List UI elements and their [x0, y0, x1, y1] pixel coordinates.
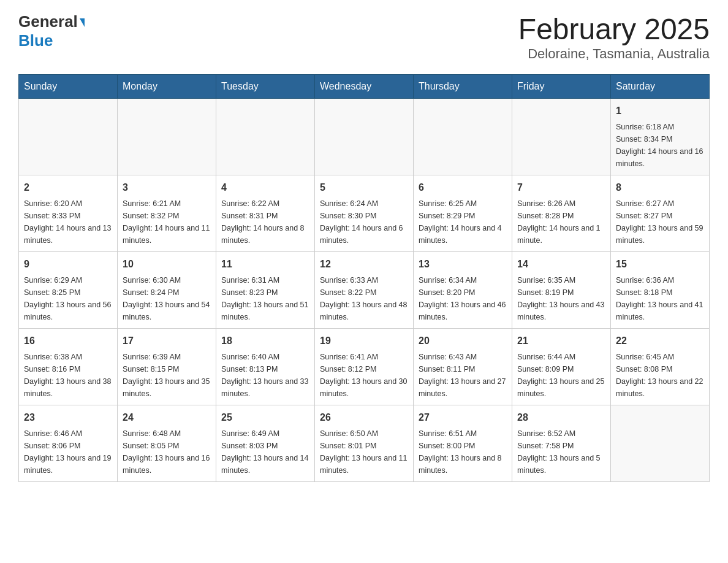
day-info: Sunrise: 6:35 AMSunset: 8:19 PMDaylight:…: [517, 274, 605, 323]
day-info: Sunrise: 6:22 AMSunset: 8:31 PMDaylight:…: [221, 197, 309, 247]
day-info: Sunrise: 6:48 AMSunset: 8:05 PMDaylight:…: [123, 427, 211, 477]
calendar-day: 4Sunrise: 6:22 AMSunset: 8:31 PMDaylight…: [216, 175, 315, 252]
day-number: 4: [221, 180, 309, 195]
calendar-day: 2Sunrise: 6:20 AMSunset: 8:33 PMDaylight…: [19, 175, 118, 252]
day-number: 28: [517, 410, 605, 425]
day-number: 16: [24, 334, 112, 348]
day-info: Sunrise: 6:40 AMSunset: 8:13 PMDaylight:…: [221, 351, 309, 400]
calendar-day: 23Sunrise: 6:46 AMSunset: 8:06 PMDayligh…: [19, 405, 118, 482]
day-number: 3: [123, 180, 211, 195]
calendar-title: February 2025: [518, 12, 710, 46]
day-info: Sunrise: 6:41 AMSunset: 8:12 PMDaylight:…: [320, 351, 408, 400]
logo-blue-text: Blue: [18, 31, 53, 50]
day-header-friday: Friday: [512, 75, 611, 99]
calendar-day: 6Sunrise: 6:25 AMSunset: 8:29 PMDaylight…: [414, 175, 512, 252]
day-number: 5: [320, 180, 408, 195]
logo-general-line: General: [18, 12, 85, 31]
day-info: Sunrise: 6:49 AMSunset: 8:03 PMDaylight:…: [221, 427, 309, 477]
calendar-day: 21Sunrise: 6:44 AMSunset: 8:09 PMDayligh…: [512, 329, 611, 405]
calendar-week-1: 1Sunrise: 6:18 AMSunset: 8:34 PMDaylight…: [19, 99, 710, 175]
calendar-body: 1Sunrise: 6:18 AMSunset: 8:34 PMDaylight…: [19, 99, 710, 482]
calendar-day: 18Sunrise: 6:40 AMSunset: 8:13 PMDayligh…: [216, 329, 315, 405]
calendar-day: [611, 405, 710, 482]
day-header-monday: Monday: [118, 75, 216, 99]
day-info: Sunrise: 6:24 AMSunset: 8:30 PMDaylight:…: [320, 197, 408, 247]
calendar-day: 7Sunrise: 6:26 AMSunset: 8:28 PMDaylight…: [512, 175, 611, 252]
day-number: 19: [320, 334, 408, 348]
calendar-day: 9Sunrise: 6:29 AMSunset: 8:25 PMDaylight…: [19, 252, 118, 329]
day-info: Sunrise: 6:25 AMSunset: 8:29 PMDaylight:…: [419, 197, 507, 247]
logo-general-text: General: [18, 12, 78, 31]
day-number: 10: [123, 257, 211, 272]
calendar-header: SundayMondayTuesdayWednesdayThursdayFrid…: [19, 75, 710, 99]
calendar-day: 8Sunrise: 6:27 AMSunset: 8:27 PMDaylight…: [611, 175, 710, 252]
day-info: Sunrise: 6:18 AMSunset: 8:34 PMDaylight:…: [616, 121, 704, 170]
calendar-day: 27Sunrise: 6:51 AMSunset: 8:00 PMDayligh…: [414, 405, 512, 482]
day-number: 6: [419, 180, 507, 195]
calendar-day: 10Sunrise: 6:30 AMSunset: 8:24 PMDayligh…: [118, 252, 216, 329]
calendar-day: 1Sunrise: 6:18 AMSunset: 8:34 PMDaylight…: [611, 99, 710, 175]
day-number: 8: [616, 180, 704, 195]
calendar-day: 3Sunrise: 6:21 AMSunset: 8:32 PMDaylight…: [118, 175, 216, 252]
calendar-day: 28Sunrise: 6:52 AMSunset: 7:58 PMDayligh…: [512, 405, 611, 482]
day-info: Sunrise: 6:38 AMSunset: 8:16 PMDaylight:…: [24, 351, 112, 400]
day-info: Sunrise: 6:39 AMSunset: 8:15 PMDaylight:…: [123, 351, 211, 400]
day-number: 23: [24, 410, 112, 425]
day-number: 13: [419, 257, 507, 272]
day-number: 22: [616, 334, 704, 348]
day-number: 12: [320, 257, 408, 272]
calendar-day: 24Sunrise: 6:48 AMSunset: 8:05 PMDayligh…: [118, 405, 216, 482]
day-header-tuesday: Tuesday: [216, 75, 315, 99]
calendar-day: 25Sunrise: 6:49 AMSunset: 8:03 PMDayligh…: [216, 405, 315, 482]
calendar-header-row: SundayMondayTuesdayWednesdayThursdayFrid…: [19, 75, 710, 99]
calendar-day: [315, 99, 414, 175]
day-number: 2: [24, 180, 112, 195]
day-number: 26: [320, 410, 408, 425]
day-number: 1: [616, 104, 704, 118]
calendar-day: 16Sunrise: 6:38 AMSunset: 8:16 PMDayligh…: [19, 329, 118, 405]
day-info: Sunrise: 6:36 AMSunset: 8:18 PMDaylight:…: [616, 274, 704, 323]
day-info: Sunrise: 6:20 AMSunset: 8:33 PMDaylight:…: [24, 197, 112, 247]
day-number: 20: [419, 334, 507, 348]
logo: General Blue: [18, 12, 85, 50]
calendar-week-5: 23Sunrise: 6:46 AMSunset: 8:06 PMDayligh…: [19, 405, 710, 482]
calendar-week-3: 9Sunrise: 6:29 AMSunset: 8:25 PMDaylight…: [19, 252, 710, 329]
day-info: Sunrise: 6:51 AMSunset: 8:00 PMDaylight:…: [419, 427, 507, 477]
day-number: 14: [517, 257, 605, 272]
day-header-sunday: Sunday: [19, 75, 118, 99]
calendar-day: 5Sunrise: 6:24 AMSunset: 8:30 PMDaylight…: [315, 175, 414, 252]
day-info: Sunrise: 6:43 AMSunset: 8:11 PMDaylight:…: [419, 351, 507, 400]
calendar-day: 20Sunrise: 6:43 AMSunset: 8:11 PMDayligh…: [414, 329, 512, 405]
calendar-day: 12Sunrise: 6:33 AMSunset: 8:22 PMDayligh…: [315, 252, 414, 329]
day-info: Sunrise: 6:21 AMSunset: 8:32 PMDaylight:…: [123, 197, 211, 247]
day-header-thursday: Thursday: [414, 75, 512, 99]
calendar-day: 13Sunrise: 6:34 AMSunset: 8:20 PMDayligh…: [414, 252, 512, 329]
day-info: Sunrise: 6:34 AMSunset: 8:20 PMDaylight:…: [419, 274, 507, 323]
calendar-day: 26Sunrise: 6:50 AMSunset: 8:01 PMDayligh…: [315, 405, 414, 482]
calendar-day: [19, 99, 118, 175]
calendar-subtitle: Deloraine, Tasmania, Australia: [518, 46, 710, 62]
calendar-day: 19Sunrise: 6:41 AMSunset: 8:12 PMDayligh…: [315, 329, 414, 405]
day-number: 18: [221, 334, 309, 348]
day-number: 7: [517, 180, 605, 195]
day-number: 27: [419, 410, 507, 425]
calendar-day: [414, 99, 512, 175]
day-number: 9: [24, 257, 112, 272]
title-block: February 2025 Deloraine, Tasmania, Austr…: [518, 12, 710, 62]
day-info: Sunrise: 6:31 AMSunset: 8:23 PMDaylight:…: [221, 274, 309, 323]
calendar-day: 11Sunrise: 6:31 AMSunset: 8:23 PMDayligh…: [216, 252, 315, 329]
calendar-day: [216, 99, 315, 175]
day-number: 21: [517, 334, 605, 348]
day-info: Sunrise: 6:46 AMSunset: 8:06 PMDaylight:…: [24, 427, 112, 477]
day-info: Sunrise: 6:44 AMSunset: 8:09 PMDaylight:…: [517, 351, 605, 400]
day-number: 24: [123, 410, 211, 425]
calendar-day: [118, 99, 216, 175]
calendar-day: 17Sunrise: 6:39 AMSunset: 8:15 PMDayligh…: [118, 329, 216, 405]
day-number: 11: [221, 257, 309, 272]
day-header-saturday: Saturday: [611, 75, 710, 99]
logo-triangle-icon: [80, 18, 85, 27]
day-info: Sunrise: 6:52 AMSunset: 7:58 PMDaylight:…: [517, 427, 605, 477]
day-info: Sunrise: 6:45 AMSunset: 8:08 PMDaylight:…: [616, 351, 704, 400]
day-info: Sunrise: 6:30 AMSunset: 8:24 PMDaylight:…: [123, 274, 211, 323]
day-info: Sunrise: 6:29 AMSunset: 8:25 PMDaylight:…: [24, 274, 112, 323]
